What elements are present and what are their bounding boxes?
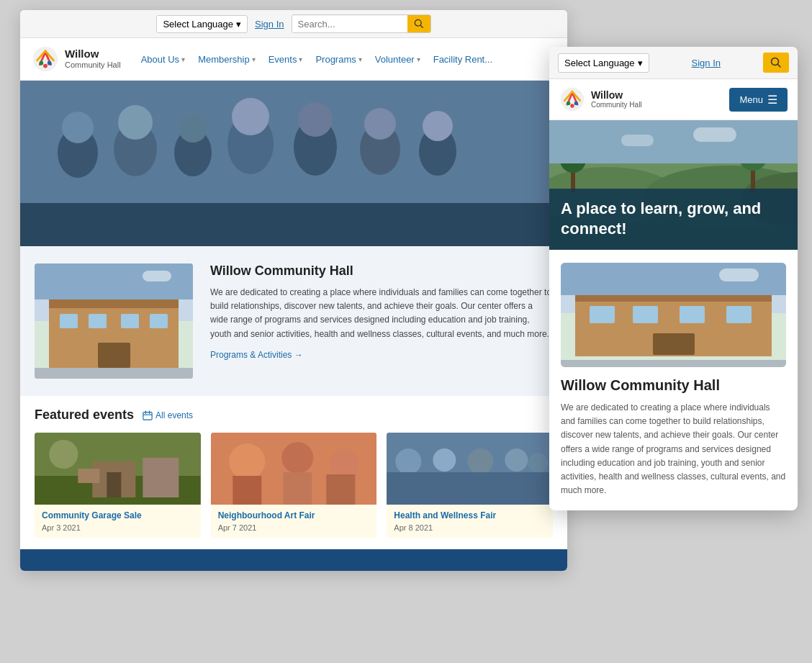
svg-point-10 — [118, 105, 153, 140]
svg-point-16 — [298, 102, 333, 137]
svg-point-56 — [505, 448, 528, 472]
svg-rect-28 — [121, 314, 139, 328]
events-grid: Community Garage Sale Apr 3 2021 — [35, 433, 553, 538]
building-illustration — [35, 263, 193, 379]
mobile-hero-section: A place to learn, grow, and connect! — [549, 120, 798, 250]
calendar-icon — [143, 410, 153, 420]
nav-events[interactable]: Events ▾ — [263, 51, 309, 68]
nav-volunteer[interactable]: Volunteer ▾ — [369, 51, 426, 68]
nav-events-arrow: ▾ — [299, 55, 302, 63]
nav-about[interactable]: About Us ▾ — [135, 51, 191, 68]
mobile-search-icon — [770, 57, 782, 68]
mobile-logo-icon — [559, 86, 585, 112]
svg-rect-85 — [653, 333, 695, 355]
svg-point-20 — [423, 111, 453, 141]
svg-point-4 — [48, 61, 52, 66]
hero-people-illustration — [20, 81, 567, 246]
svg-point-54 — [433, 448, 456, 472]
event-card-wellness[interactable]: Health and Wellness Fair Apr 8 2021 — [387, 433, 553, 538]
event-name-art[interactable]: Neighbourhood Art Fair — [218, 510, 370, 520]
svg-rect-34 — [143, 412, 152, 420]
event-image-wellness — [387, 433, 553, 505]
svg-point-53 — [396, 448, 422, 474]
hamburger-icon: ☰ — [767, 93, 777, 107]
nav-items: About Us ▾ Membership ▾ Events ▾ Program… — [135, 51, 556, 68]
events-header: Featured events All events — [35, 407, 553, 423]
event-date-art: Apr 7 2021 — [218, 523, 370, 532]
about-title: Willow Community Hall — [210, 263, 553, 279]
nav-volunteer-arrow: ▾ — [417, 55, 420, 63]
svg-point-3 — [39, 61, 43, 66]
search-button[interactable] — [407, 15, 430, 32]
svg-point-12 — [179, 114, 207, 143]
svg-rect-50 — [283, 472, 312, 505]
svg-rect-74 — [549, 120, 798, 163]
mobile-about-building-image — [561, 263, 786, 367]
all-events-link[interactable]: All events — [143, 410, 193, 420]
svg-point-47 — [281, 442, 313, 474]
chevron-down-icon: ▾ — [236, 19, 241, 30]
search-input[interactable] — [292, 16, 407, 32]
mobile-building-illustration — [561, 263, 786, 367]
nav-membership-arrow: ▾ — [252, 55, 256, 63]
logo-text: Willow Community Hall — [65, 48, 121, 70]
svg-line-1 — [420, 25, 423, 27]
svg-rect-81 — [590, 306, 615, 323]
search-bar — [292, 14, 431, 33]
mobile-search-button[interactable] — [763, 53, 789, 73]
nav-programs[interactable]: Programs ▾ — [310, 51, 367, 68]
desktop-window: Select Language ▾ Sign In — [20, 10, 567, 571]
svg-point-5 — [43, 64, 48, 68]
language-select[interactable]: Select Language ▾ — [156, 15, 248, 33]
svg-point-62 — [567, 102, 570, 105]
nav-about-arrow: ▾ — [181, 55, 185, 63]
event-name-garage[interactable]: Community Garage Sale — [42, 510, 194, 520]
svg-point-46 — [229, 443, 265, 479]
menu-button[interactable]: Menu ☰ — [729, 88, 788, 112]
svg-rect-84 — [726, 306, 752, 323]
svg-rect-27 — [89, 314, 107, 328]
mobile-logo-area[interactable]: Willow Community Hall — [559, 86, 642, 112]
mobile-main-nav: Willow Community Hall Menu ☰ — [549, 79, 798, 120]
mobile-logo-text: Willow Community Hall — [591, 89, 642, 110]
svg-rect-58 — [387, 472, 553, 505]
mobile-sign-in-link[interactable]: Sign In — [692, 58, 721, 68]
svg-rect-83 — [680, 306, 705, 323]
mobile-logo-community: Community Hall — [591, 101, 642, 109]
event-card-art[interactable]: Neighbourhood Art Fair Apr 7 2021 — [211, 433, 377, 538]
event-image-art — [211, 433, 377, 505]
about-description: We are dedicated to creating a place whe… — [210, 286, 553, 341]
event-info-wellness: Health and Wellness Fair Apr 8 2021 — [387, 505, 553, 538]
svg-rect-21 — [20, 203, 567, 246]
svg-point-18 — [364, 108, 396, 140]
svg-point-55 — [468, 448, 494, 474]
svg-rect-42 — [107, 472, 121, 497]
nav-programs-arrow: ▾ — [358, 55, 362, 63]
nav-membership[interactable]: Membership ▾ — [192, 51, 261, 68]
svg-point-57 — [528, 453, 549, 473]
svg-rect-51 — [326, 474, 355, 505]
svg-rect-44 — [143, 458, 179, 497]
programs-link[interactable]: Programs & Activities → — [210, 350, 553, 360]
nav-facility[interactable]: Facility Rent... — [428, 51, 498, 68]
event-card-garage[interactable]: Community Garage Sale Apr 3 2021 — [35, 433, 201, 538]
all-events-label: All events — [155, 410, 193, 420]
about-section: Willow Community Hall We are dedicated t… — [20, 246, 567, 396]
mobile-about-section: Willow Community Hall We are dedicated t… — [549, 250, 798, 510]
event-name-wellness[interactable]: Health and Wellness Fair — [394, 510, 546, 520]
about-content: Willow Community Hall We are dedicated t… — [210, 263, 553, 360]
svg-rect-26 — [60, 314, 78, 328]
events-section: Featured events All events — [20, 396, 567, 549]
language-select-label: Select Language — [163, 19, 233, 30]
logo-area[interactable]: Willow Community Hall — [32, 45, 121, 73]
mobile-window: Select Language ▾ Sign In Willow Comm — [549, 47, 798, 510]
sign-in-link[interactable]: Sign In — [255, 19, 284, 30]
about-building-image — [35, 263, 193, 379]
svg-point-64 — [570, 104, 574, 107]
svg-rect-29 — [150, 314, 168, 328]
svg-rect-49 — [233, 476, 261, 505]
mobile-language-select[interactable]: Select Language ▾ — [558, 53, 649, 73]
hero-image — [20, 81, 567, 246]
event-image-garage — [35, 433, 201, 505]
mobile-language-label: Select Language — [564, 58, 635, 68]
